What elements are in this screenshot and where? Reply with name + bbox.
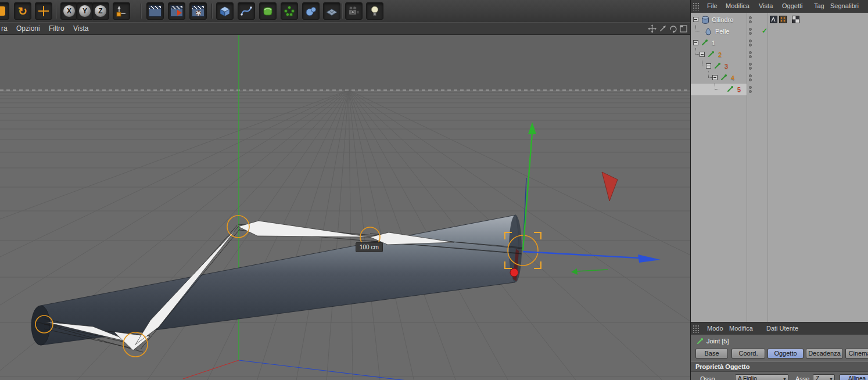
visibility-dot-render[interactable] bbox=[749, 55, 752, 58]
bone-mode-dropdown[interactable]: A Figlio ▼ bbox=[735, 374, 788, 380]
visibility-dot-render[interactable] bbox=[749, 20, 752, 23]
coord-axes-glyph bbox=[116, 5, 127, 17]
dolly-view-icon[interactable] bbox=[658, 24, 668, 34]
visibility-dot-editor[interactable] bbox=[749, 63, 752, 66]
tree-item-joint-1[interactable]: 1 bbox=[691, 37, 868, 49]
tree-item-joint-2[interactable]: 2 bbox=[691, 49, 868, 60]
menu-camera-partial[interactable]: ra bbox=[1, 24, 8, 33]
tab-base[interactable]: Base bbox=[695, 349, 728, 359]
joint-object-icon bbox=[708, 51, 715, 58]
subdivision-surface-icon[interactable] bbox=[259, 2, 277, 20]
coordinate-system-icon[interactable] bbox=[113, 2, 130, 20]
axis-value: Z bbox=[816, 375, 819, 380]
tree-item-joint-5[interactable]: 5 bbox=[691, 84, 868, 95]
menu-vista[interactable]: Vista bbox=[73, 24, 88, 33]
vertex-map-tag-icon[interactable] bbox=[779, 16, 787, 23]
tab-decadenza[interactable]: Decadenza bbox=[806, 349, 843, 359]
object-label[interactable]: Cilindro bbox=[712, 16, 733, 23]
tab-oggetto[interactable]: Oggetto bbox=[767, 349, 804, 359]
panel-drag-handle[interactable] bbox=[693, 2, 700, 10]
array-glyph bbox=[283, 5, 296, 17]
om-menu-oggetti[interactable]: Oggetti bbox=[782, 2, 802, 9]
expander-icon[interactable] bbox=[693, 40, 698, 45]
floor-object-icon[interactable] bbox=[323, 2, 340, 20]
lightbulb-glyph bbox=[368, 5, 381, 17]
floor-glyph bbox=[325, 5, 338, 17]
visibility-dot-editor[interactable] bbox=[749, 74, 752, 77]
menu-opzioni[interactable]: Opzioni bbox=[16, 24, 40, 33]
undo-rotate-icon[interactable]: ↻ bbox=[14, 2, 31, 20]
render-settings-icon[interactable] bbox=[189, 2, 207, 20]
add-primitive-cube-icon[interactable] bbox=[216, 2, 234, 20]
orange-tool-icon bbox=[0, 6, 5, 16]
expander-icon[interactable] bbox=[693, 17, 698, 22]
object-label[interactable]: 5 bbox=[737, 86, 741, 93]
lock-z-label: Z bbox=[94, 5, 107, 17]
expander-icon[interactable] bbox=[700, 52, 705, 57]
tree-item-joint-3[interactable]: 3 bbox=[691, 60, 868, 72]
viewport-3d[interactable]: 100 cm bbox=[0, 35, 690, 380]
render-view-icon[interactable] bbox=[146, 2, 164, 20]
panel-drag-handle[interactable] bbox=[693, 325, 700, 333]
object-label[interactable]: 1 bbox=[712, 40, 715, 46]
partial-toolbar-icon[interactable] bbox=[0, 2, 9, 20]
weight-tag-icon[interactable] bbox=[770, 16, 777, 23]
visibility-dot-editor[interactable] bbox=[749, 28, 752, 31]
om-menu-modifica[interactable]: Modifica bbox=[726, 2, 749, 9]
joint-object-icon bbox=[714, 62, 721, 69]
visibility-dot-editor[interactable] bbox=[749, 51, 752, 54]
z-axis-handle[interactable] bbox=[510, 268, 518, 277]
expander-icon[interactable] bbox=[706, 63, 711, 69]
move-axes-icon[interactable] bbox=[35, 2, 52, 20]
om-menu-vista[interactable]: Vista bbox=[759, 2, 773, 9]
align-button[interactable]: Allinea bbox=[840, 374, 868, 380]
expander-icon[interactable] bbox=[712, 75, 718, 80]
axis-dropdown[interactable]: Z ▼ bbox=[813, 374, 835, 380]
object-label[interactable]: Pelle bbox=[715, 28, 729, 35]
om-menu-segnalibri[interactable]: Segnalibri bbox=[830, 2, 859, 9]
am-menu-modifica[interactable]: Modifica bbox=[729, 325, 753, 332]
camera-object-icon[interactable] bbox=[345, 2, 363, 20]
visibility-dot-editor[interactable] bbox=[749, 86, 752, 89]
visibility-dot-render[interactable] bbox=[749, 90, 752, 93]
am-menu-modo[interactable]: Modo bbox=[707, 325, 723, 332]
rotate-view-icon[interactable] bbox=[668, 24, 678, 34]
cinema4d-window: ↻ X Y Z bbox=[0, 0, 868, 380]
tab-coord[interactable]: Coord. bbox=[731, 349, 765, 359]
camera-glyph bbox=[347, 5, 360, 17]
tab-cinematica[interactable]: Cinemat bbox=[845, 349, 868, 359]
axis-field-label: Asse bbox=[795, 375, 809, 380]
om-menu-file[interactable]: File bbox=[707, 2, 718, 9]
object-label[interactable]: 4 bbox=[731, 74, 734, 81]
visibility-dot-render[interactable] bbox=[749, 78, 752, 81]
visibility-dot-editor[interactable] bbox=[749, 40, 752, 42]
sky-region bbox=[0, 35, 690, 90]
metaball-icon[interactable] bbox=[302, 2, 320, 20]
skin-enabled-check[interactable]: ✓ bbox=[762, 27, 767, 35]
texture-tag-icon[interactable] bbox=[792, 16, 799, 23]
array-clone-icon[interactable] bbox=[281, 2, 298, 20]
lock-z-button[interactable]: Z bbox=[92, 2, 109, 20]
light-object-icon[interactable] bbox=[366, 2, 383, 20]
spline-pen-icon[interactable] bbox=[238, 2, 255, 20]
object-label[interactable]: 2 bbox=[718, 51, 722, 58]
om-menu-tag[interactable]: Tag bbox=[814, 2, 824, 9]
pan-view-icon[interactable] bbox=[647, 24, 657, 34]
tree-item-pelle[interactable]: Pelle ✓ bbox=[691, 26, 868, 37]
section-title: Proprietà Oggetto bbox=[695, 363, 750, 370]
clapperboard-arrow-glyph bbox=[170, 5, 183, 17]
joint-object-icon bbox=[701, 39, 708, 46]
tree-item-cilindro[interactable]: Cilindro bbox=[691, 14, 868, 26]
visibility-dot-render[interactable] bbox=[749, 32, 752, 35]
menu-filtro[interactable]: Filtro bbox=[49, 24, 64, 33]
maximize-view-icon[interactable] bbox=[679, 24, 688, 34]
visibility-dot-render[interactable] bbox=[749, 44, 752, 46]
visibility-dot-editor[interactable] bbox=[749, 16, 752, 19]
tree-item-joint-4[interactable]: 4 bbox=[691, 72, 868, 84]
lock-x-button[interactable]: X bbox=[60, 2, 78, 20]
lock-y-button[interactable]: Y bbox=[76, 2, 94, 20]
render-picture-viewer-icon[interactable] bbox=[168, 2, 185, 20]
visibility-dot-render[interactable] bbox=[749, 67, 752, 70]
object-label[interactable]: 3 bbox=[724, 63, 728, 70]
am-menu-dati-utente[interactable]: Dati Utente bbox=[766, 325, 798, 332]
